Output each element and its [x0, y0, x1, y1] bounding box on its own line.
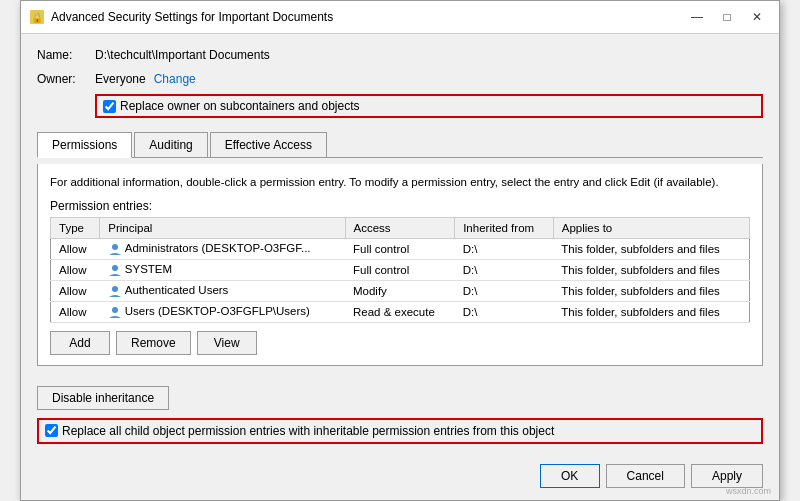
svg-text:🔒: 🔒	[31, 11, 44, 24]
name-label: Name:	[37, 48, 87, 62]
cell-principal: Administrators (DESKTOP-O3FGF...	[100, 238, 345, 259]
owner-row: Owner: Everyone Change	[37, 70, 763, 88]
cell-inherited: D:\	[455, 280, 554, 301]
title-bar: 🔒 Advanced Security Settings for Importa…	[21, 1, 779, 34]
col-type: Type	[51, 217, 100, 238]
replace-child-label: Replace all child object permission entr…	[62, 424, 554, 438]
cell-access: Read & execute	[345, 301, 455, 322]
remove-button[interactable]: Remove	[116, 331, 191, 355]
cell-type: Allow	[51, 259, 100, 280]
owner-value: Everyone	[95, 72, 146, 86]
col-inherited: Inherited from	[455, 217, 554, 238]
cell-applies: This folder, subfolders and files	[553, 301, 749, 322]
disable-inheritance-button[interactable]: Disable inheritance	[37, 386, 169, 410]
table-row[interactable]: Allow SYSTEMFull controlD:\This folder, …	[51, 259, 750, 280]
window-title: Advanced Security Settings for Important…	[51, 10, 677, 24]
info-text: For additional information, double-click…	[50, 174, 750, 190]
cell-applies: This folder, subfolders and files	[553, 259, 749, 280]
window-controls: — □ ✕	[683, 7, 771, 27]
change-owner-link[interactable]: Change	[154, 72, 196, 86]
maximize-button[interactable]: □	[713, 7, 741, 27]
minimize-button[interactable]: —	[683, 7, 711, 27]
svg-point-3	[112, 265, 118, 271]
table-row[interactable]: Allow Administrators (DESKTOP-O3FGF...Fu…	[51, 238, 750, 259]
cell-access: Full control	[345, 238, 455, 259]
close-button[interactable]: ✕	[743, 7, 771, 27]
cell-applies: This folder, subfolders and files	[553, 280, 749, 301]
replace-owner-row: Replace owner on subcontainers and objec…	[95, 94, 763, 118]
dialog-buttons: OK Cancel Apply	[21, 456, 779, 500]
tab-bar: Permissions Auditing Effective Access	[37, 132, 763, 158]
main-content: Name: D:\techcult\Important Documents Ow…	[21, 34, 779, 377]
cell-principal: Authenticated Users	[100, 280, 345, 301]
tab-content-permissions: For additional information, double-click…	[37, 164, 763, 365]
replace-child-checkbox[interactable]	[45, 424, 58, 437]
tab-auditing[interactable]: Auditing	[134, 132, 207, 157]
table-row[interactable]: Allow Users (DESKTOP-O3FGFLP\Users)Read …	[51, 301, 750, 322]
cell-type: Allow	[51, 238, 100, 259]
cell-principal: Users (DESKTOP-O3FGFLP\Users)	[100, 301, 345, 322]
view-button[interactable]: View	[197, 331, 257, 355]
owner-label: Owner:	[37, 72, 87, 86]
cell-principal: SYSTEM	[100, 259, 345, 280]
cell-applies: This folder, subfolders and files	[553, 238, 749, 259]
cancel-button[interactable]: Cancel	[606, 464, 685, 488]
col-access: Access	[345, 217, 455, 238]
permissions-table: Type Principal Access Inherited from App…	[50, 217, 750, 323]
cell-access: Full control	[345, 259, 455, 280]
watermark: wsxdn.com	[726, 486, 771, 496]
table-actions: Add Remove View	[50, 331, 750, 355]
col-applies: Applies to	[553, 217, 749, 238]
bottom-section: Disable inheritance Replace all child ob…	[21, 378, 779, 456]
apply-button[interactable]: Apply	[691, 464, 763, 488]
tab-permissions[interactable]: Permissions	[37, 132, 132, 158]
perm-section-label: Permission entries:	[50, 199, 750, 213]
cell-type: Allow	[51, 301, 100, 322]
cell-type: Allow	[51, 280, 100, 301]
svg-point-4	[112, 286, 118, 292]
name-value: D:\techcult\Important Documents	[95, 48, 270, 62]
replace-owner-checkbox[interactable]	[103, 100, 116, 113]
col-principal: Principal	[100, 217, 345, 238]
cell-inherited: D:\	[455, 238, 554, 259]
window-icon: 🔒	[29, 9, 45, 25]
cell-inherited: D:\	[455, 259, 554, 280]
add-button[interactable]: Add	[50, 331, 110, 355]
ok-button[interactable]: OK	[540, 464, 600, 488]
svg-point-2	[112, 244, 118, 250]
tab-effective-access[interactable]: Effective Access	[210, 132, 327, 157]
name-row: Name: D:\techcult\Important Documents	[37, 46, 763, 64]
replace-child-row: Replace all child object permission entr…	[37, 418, 763, 444]
table-row[interactable]: Allow Authenticated UsersModifyD:\This f…	[51, 280, 750, 301]
svg-point-5	[112, 307, 118, 313]
cell-access: Modify	[345, 280, 455, 301]
replace-owner-label: Replace owner on subcontainers and objec…	[120, 99, 359, 113]
cell-inherited: D:\	[455, 301, 554, 322]
